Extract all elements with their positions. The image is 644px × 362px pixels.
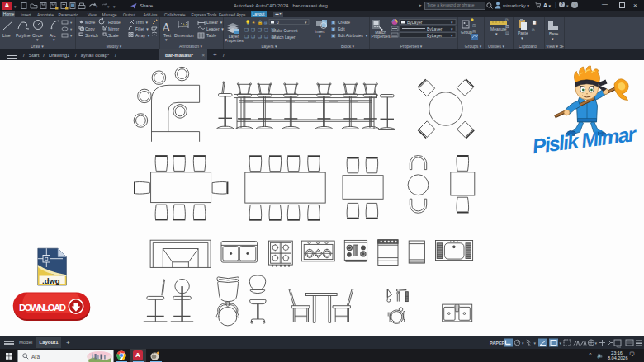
- svg-text:▾: ▾: [522, 341, 524, 346]
- svg-text:▾: ▾: [70, 34, 73, 38]
- svg-text:☀: ☀: [252, 20, 255, 25]
- svg-text:▾: ▾: [560, 341, 562, 346]
- svg-text:❏: ❏: [244, 34, 249, 39]
- svg-text:▾: ▾: [107, 4, 110, 9]
- svg-text:.dwg: .dwg: [42, 276, 60, 285]
- svg-text:DOWNLOAD: DOWNLOAD: [19, 303, 66, 313]
- svg-text:❏: ❏: [251, 34, 255, 39]
- svg-text:▾: ▾: [595, 341, 598, 346]
- svg-text:▣: ▣: [331, 20, 336, 25]
- svg-text:📋: 📋: [532, 20, 537, 26]
- svg-text:❏: ❏: [264, 27, 268, 32]
- svg-text:A: A: [162, 21, 171, 34]
- svg-text:⊞: ⊞: [472, 23, 476, 28]
- svg-text:▾: ▾: [113, 4, 116, 9]
- svg-text:▾: ▾: [70, 27, 73, 31]
- svg-text:▣: ▣: [331, 26, 336, 31]
- svg-text:ByLayer: ByLayer: [427, 26, 443, 31]
- svg-text:🖨: 🖨: [263, 20, 268, 25]
- svg-text:▾: ▾: [70, 21, 73, 25]
- svg-text:❏: ❏: [264, 34, 268, 39]
- svg-text:⊟: ⊟: [472, 29, 476, 34]
- svg-text:💡: 💡: [245, 20, 251, 26]
- svg-text:🔒: 🔒: [258, 20, 263, 26]
- svg-text:▣: ▣: [331, 33, 336, 38]
- svg-text:⧉: ⧉: [532, 27, 535, 32]
- svg-text:0: 0: [277, 20, 279, 25]
- svg-text:❏: ❏: [258, 27, 262, 32]
- svg-text:Pislik Mimar: Pislik Mimar: [531, 122, 638, 157]
- svg-text:ByLayer: ByLayer: [407, 20, 423, 25]
- svg-text:▾: ▾: [305, 20, 307, 25]
- svg-text:❏: ❏: [244, 27, 249, 32]
- svg-text:▾: ▾: [534, 341, 537, 346]
- svg-text:ByLayer: ByLayer: [427, 33, 443, 38]
- svg-text:▾: ▾: [96, 4, 98, 9]
- svg-text:⧉: ⧉: [505, 17, 509, 22]
- svg-text:❏: ❏: [258, 34, 262, 39]
- svg-text:❏: ❏: [251, 27, 255, 32]
